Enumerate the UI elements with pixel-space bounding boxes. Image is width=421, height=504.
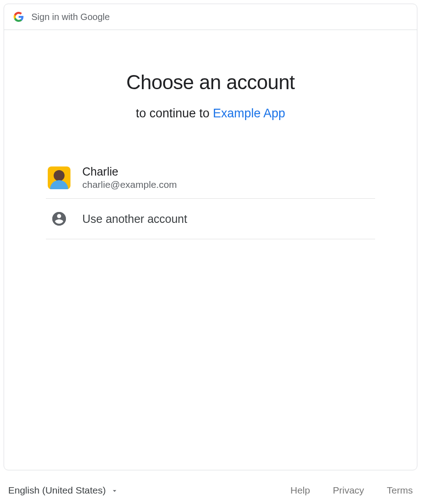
use-another-account-row[interactable]: Use another account xyxy=(46,199,375,239)
signin-card: Sign in with Google Choose an account to… xyxy=(4,4,417,470)
privacy-link[interactable]: Privacy xyxy=(333,485,364,496)
language-label: English (United States) xyxy=(8,485,106,496)
account-row[interactable]: Charlie charlie@example.com xyxy=(46,157,375,199)
avatar xyxy=(48,166,70,189)
page-subtitle: to continue to Example App xyxy=(136,106,286,121)
footer-links: Help Privacy Terms xyxy=(291,485,413,496)
account-email: charlie@example.com xyxy=(82,179,177,190)
account-list: Charlie charlie@example.com Use another … xyxy=(46,157,375,239)
chevron-down-icon xyxy=(110,486,119,494)
page-title: Choose an account xyxy=(126,71,295,94)
footer: English (United States) Help Privacy Ter… xyxy=(4,470,417,500)
subtitle-prefix: to continue to xyxy=(136,106,213,120)
account-name: Charlie xyxy=(82,165,177,178)
google-logo-icon xyxy=(13,11,24,22)
terms-link[interactable]: Terms xyxy=(387,485,413,496)
language-selector[interactable]: English (United States) xyxy=(8,485,119,496)
app-name-link[interactable]: Example App xyxy=(213,106,285,120)
header-title: Sign in with Google xyxy=(31,12,110,22)
account-info: Charlie charlie@example.com xyxy=(82,165,177,190)
main-content: Choose an account to continue to Example… xyxy=(4,30,417,470)
person-circle-icon xyxy=(51,211,67,227)
help-link[interactable]: Help xyxy=(291,485,310,496)
person-icon-wrap xyxy=(48,211,70,227)
use-another-account-label: Use another account xyxy=(82,212,187,226)
header-bar: Sign in with Google xyxy=(4,4,417,30)
